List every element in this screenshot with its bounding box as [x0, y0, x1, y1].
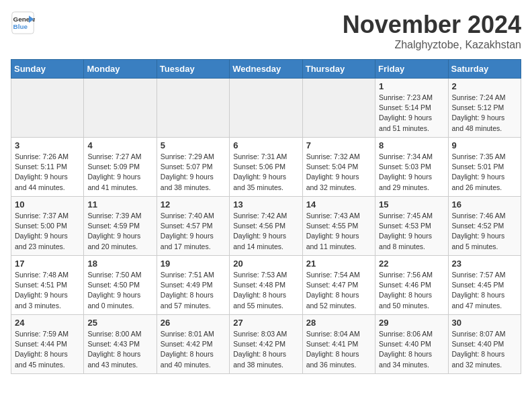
day-info: Sunrise: 7:45 AMSunset: 4:53 PMDaylight:… — [379, 211, 444, 252]
day-number: 17 — [15, 259, 80, 269]
page-header: General Blue November 2024 Zhalghyztobe,… — [11, 11, 521, 51]
day-number: 10 — [15, 199, 80, 210]
day-number: 1 — [379, 81, 444, 91]
day-cell: 27Sunrise: 8:03 AMSunset: 4:42 PMDayligh… — [230, 315, 302, 374]
day-cell: 22Sunrise: 7:56 AMSunset: 4:46 PMDayligh… — [375, 256, 448, 315]
day-info: Sunrise: 7:56 AMSunset: 4:46 PMDaylight:… — [379, 270, 444, 311]
day-cell — [84, 79, 157, 138]
day-cell: 18Sunrise: 7:50 AMSunset: 4:50 PMDayligh… — [84, 256, 157, 315]
day-number: 27 — [233, 318, 298, 328]
day-cell: 4Sunrise: 7:27 AMSunset: 5:09 PMDaylight… — [84, 138, 157, 197]
col-header-friday: Friday — [375, 60, 448, 79]
day-cell: 15Sunrise: 7:45 AMSunset: 4:53 PMDayligh… — [375, 197, 448, 256]
day-cell: 2Sunrise: 7:24 AMSunset: 5:12 PMDaylight… — [448, 79, 521, 138]
day-info: Sunrise: 7:51 AMSunset: 4:49 PMDaylight:… — [161, 270, 226, 311]
day-number: 23 — [452, 259, 517, 269]
day-number: 26 — [161, 318, 226, 328]
logo: General Blue — [11, 11, 35, 35]
week-row-3: 10Sunrise: 7:37 AMSunset: 5:00 PMDayligh… — [11, 197, 521, 256]
day-info: Sunrise: 7:37 AMSunset: 5:00 PMDaylight:… — [15, 211, 80, 252]
day-cell: 5Sunrise: 7:29 AMSunset: 5:07 PMDaylight… — [157, 138, 229, 197]
day-number: 28 — [306, 318, 371, 328]
day-cell: 16Sunrise: 7:46 AMSunset: 4:52 PMDayligh… — [448, 197, 521, 256]
day-info: Sunrise: 7:42 AMSunset: 4:56 PMDaylight:… — [233, 211, 298, 252]
day-number: 13 — [233, 199, 298, 210]
day-number: 18 — [87, 259, 152, 269]
col-header-tuesday: Tuesday — [157, 60, 229, 79]
day-cell: 3Sunrise: 7:26 AMSunset: 5:11 PMDaylight… — [11, 138, 84, 197]
day-info: Sunrise: 7:54 AMSunset: 4:47 PMDaylight:… — [306, 270, 371, 311]
day-cell — [11, 79, 84, 138]
day-cell: 24Sunrise: 7:59 AMSunset: 4:44 PMDayligh… — [11, 315, 84, 374]
month-title: November 2024 — [343, 11, 521, 39]
col-header-thursday: Thursday — [302, 60, 375, 79]
day-info: Sunrise: 8:07 AMSunset: 4:40 PMDaylight:… — [452, 329, 517, 370]
day-number: 3 — [15, 140, 80, 150]
col-header-wednesday: Wednesday — [230, 60, 302, 79]
day-info: Sunrise: 7:27 AMSunset: 5:09 PMDaylight:… — [87, 152, 152, 193]
day-info: Sunrise: 7:43 AMSunset: 4:55 PMDaylight:… — [306, 211, 371, 252]
day-cell: 25Sunrise: 8:00 AMSunset: 4:43 PMDayligh… — [84, 315, 157, 374]
day-number: 25 — [87, 318, 152, 328]
day-cell: 30Sunrise: 8:07 AMSunset: 4:40 PMDayligh… — [448, 315, 521, 374]
week-row-2: 3Sunrise: 7:26 AMSunset: 5:11 PMDaylight… — [11, 138, 521, 197]
day-number: 22 — [379, 259, 444, 269]
day-number: 9 — [452, 140, 517, 150]
day-number: 4 — [87, 140, 152, 150]
day-info: Sunrise: 7:34 AMSunset: 5:03 PMDaylight:… — [379, 152, 444, 193]
day-cell: 21Sunrise: 7:54 AMSunset: 4:47 PMDayligh… — [302, 256, 375, 315]
col-header-saturday: Saturday — [448, 60, 521, 79]
day-cell: 9Sunrise: 7:35 AMSunset: 5:01 PMDaylight… — [448, 138, 521, 197]
day-number: 14 — [306, 199, 371, 210]
day-info: Sunrise: 7:50 AMSunset: 4:50 PMDaylight:… — [87, 270, 152, 311]
day-info: Sunrise: 7:57 AMSunset: 4:45 PMDaylight:… — [452, 270, 517, 311]
day-number: 12 — [161, 199, 226, 210]
day-info: Sunrise: 7:48 AMSunset: 4:51 PMDaylight:… — [15, 270, 80, 311]
day-info: Sunrise: 7:23 AMSunset: 5:14 PMDaylight:… — [379, 93, 444, 134]
day-number: 2 — [452, 81, 517, 91]
day-cell: 29Sunrise: 8:06 AMSunset: 4:40 PMDayligh… — [375, 315, 448, 374]
location-title: Zhalghyztobe, Kazakhstan — [343, 39, 521, 51]
day-number: 16 — [452, 199, 517, 210]
day-info: Sunrise: 7:59 AMSunset: 4:44 PMDaylight:… — [15, 329, 80, 370]
day-number: 11 — [87, 199, 152, 210]
day-cell — [302, 79, 375, 138]
day-cell: 23Sunrise: 7:57 AMSunset: 4:45 PMDayligh… — [448, 256, 521, 315]
day-info: Sunrise: 8:06 AMSunset: 4:40 PMDaylight:… — [379, 329, 444, 370]
day-number: 6 — [233, 140, 298, 150]
day-number: 15 — [379, 199, 444, 210]
day-info: Sunrise: 7:32 AMSunset: 5:04 PMDaylight:… — [306, 152, 371, 193]
logo-icon: General Blue — [11, 11, 35, 35]
day-number: 30 — [452, 318, 517, 328]
title-block: November 2024 Zhalghyztobe, Kazakhstan — [343, 11, 521, 51]
day-info: Sunrise: 7:35 AMSunset: 5:01 PMDaylight:… — [452, 152, 517, 193]
day-cell: 28Sunrise: 8:04 AMSunset: 4:41 PMDayligh… — [302, 315, 375, 374]
day-cell: 7Sunrise: 7:32 AMSunset: 5:04 PMDaylight… — [302, 138, 375, 197]
day-cell: 10Sunrise: 7:37 AMSunset: 5:00 PMDayligh… — [11, 197, 84, 256]
day-info: Sunrise: 7:40 AMSunset: 4:57 PMDaylight:… — [161, 211, 226, 252]
day-cell: 26Sunrise: 8:01 AMSunset: 4:42 PMDayligh… — [157, 315, 229, 374]
col-header-monday: Monday — [84, 60, 157, 79]
day-cell: 19Sunrise: 7:51 AMSunset: 4:49 PMDayligh… — [157, 256, 229, 315]
day-number: 5 — [161, 140, 226, 150]
day-cell: 6Sunrise: 7:31 AMSunset: 5:06 PMDaylight… — [230, 138, 302, 197]
day-cell: 20Sunrise: 7:53 AMSunset: 4:48 PMDayligh… — [230, 256, 302, 315]
day-info: Sunrise: 8:01 AMSunset: 4:42 PMDaylight:… — [161, 329, 226, 370]
day-number: 20 — [233, 259, 298, 269]
day-cell: 1Sunrise: 7:23 AMSunset: 5:14 PMDaylight… — [375, 79, 448, 138]
day-cell — [230, 79, 302, 138]
svg-text:Blue: Blue — [13, 23, 28, 30]
day-number: 7 — [306, 140, 371, 150]
day-cell: 17Sunrise: 7:48 AMSunset: 4:51 PMDayligh… — [11, 256, 84, 315]
col-header-sunday: Sunday — [11, 60, 84, 79]
day-number: 29 — [379, 318, 444, 328]
day-info: Sunrise: 8:00 AMSunset: 4:43 PMDaylight:… — [87, 329, 152, 370]
day-number: 8 — [379, 140, 444, 150]
day-number: 19 — [161, 259, 226, 269]
calendar-table: SundayMondayTuesdayWednesdayThursdayFrid… — [11, 59, 521, 374]
day-info: Sunrise: 8:03 AMSunset: 4:42 PMDaylight:… — [233, 329, 298, 370]
day-cell: 13Sunrise: 7:42 AMSunset: 4:56 PMDayligh… — [230, 197, 302, 256]
week-row-4: 17Sunrise: 7:48 AMSunset: 4:51 PMDayligh… — [11, 256, 521, 315]
day-info: Sunrise: 7:46 AMSunset: 4:52 PMDaylight:… — [452, 211, 517, 252]
day-info: Sunrise: 7:53 AMSunset: 4:48 PMDaylight:… — [233, 270, 298, 311]
